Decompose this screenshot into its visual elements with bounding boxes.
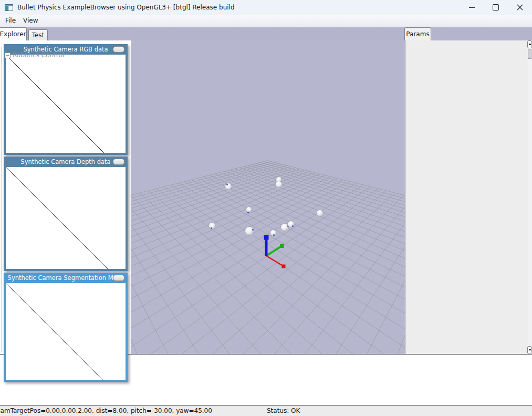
sphere-object[interactable] [276,181,282,188]
explorer-groupbox-border [2,47,2,352]
arrow-up-icon [528,43,531,45]
scroll-up-button[interactable] [527,40,532,48]
tree-item-robotics-control[interactable]: Robotics Control [5,51,64,59]
tab-params[interactable]: Params [404,27,431,40]
sphere-object[interactable] [270,230,276,236]
close-icon [517,4,523,11]
maximize-icon [493,4,499,11]
viewport-scene [131,40,405,354]
sphere-marker-dot [247,212,249,213]
tree-item-label: Robotics Control [13,51,64,59]
close-button[interactable] [508,0,532,15]
panel-minimize-button[interactable] [113,275,124,281]
menu-bar: File View [0,15,532,27]
sphere-object[interactable] [288,221,294,227]
sphere-object[interactable] [246,207,252,212]
panel-minimize-button[interactable] [113,46,124,53]
window-title-bar[interactable]: Synthetic Camera Depth data [6,157,126,167]
sphere-marker-dot [292,225,294,227]
sphere-object[interactable] [209,223,215,229]
sphere-marker-dot [252,229,254,231]
tab-test[interactable]: Test [28,29,48,40]
window-title-bar[interactable]: Synthetic Camera Segmentation Mask [6,273,126,283]
params-panel [405,40,527,354]
placeholder-diagonal [6,283,126,380]
sphere-object[interactable] [245,227,254,235]
window-synthetic-camera-segmentation[interactable]: Synthetic Camera Segmentation Mask [4,273,128,382]
status-ok-text: Status: OK [267,407,300,414]
minimize-button[interactable] [460,0,484,15]
window-title: Bullet Physics ExampleBrowser using Open… [17,4,235,11]
sphere-marker-dot [273,234,275,236]
window-controls [460,0,532,15]
sphere-marker-dot [211,227,212,229]
title-bar: Bullet Physics ExampleBrowser using Open… [0,0,532,15]
placeholder-diagonal [6,55,126,153]
camera-status-text: camTargetPos=0.00,0.00,2.00, dist=8.00, … [0,407,212,414]
sphere-object[interactable] [225,183,232,190]
params-scrollbar[interactable] [527,40,532,354]
placeholder-diagonal [6,167,126,269]
sphere-marker-dot [226,184,228,185]
arrow-down-icon [528,349,531,351]
menu-view[interactable]: View [23,17,38,24]
app-icon [5,4,13,11]
sphere-object[interactable] [317,210,323,216]
tab-explorer[interactable]: Explorer [0,27,27,40]
camera-image-area [6,55,126,153]
opengl-viewport[interactable] [131,40,405,354]
camera-image-area [6,283,126,380]
panel-minimize-button[interactable] [113,159,124,165]
menu-file[interactable]: File [5,17,16,24]
scrollbar-thumb[interactable] [528,49,531,59]
tab-bar: Explorer Test Params [0,27,532,40]
sphere-object[interactable] [281,224,288,231]
maximize-button[interactable] [484,0,508,15]
camera-window-title: Synthetic Camera Segmentation Mask [8,274,124,282]
minimize-icon [469,7,475,8]
camera-window-title: Synthetic Camera Depth data [20,158,110,165]
scroll-down-button[interactable] [527,346,532,354]
status-bar: camTargetPos=0.00,0.00,2.00, dist=8.00, … [0,405,532,416]
collapse-icon[interactable] [5,53,11,58]
window-synthetic-camera-rgb[interactable]: Synthetic Camera RGB data [4,44,128,155]
camera-image-area [6,167,126,269]
window-synthetic-camera-depth[interactable]: Synthetic Camera Depth data [4,157,128,271]
